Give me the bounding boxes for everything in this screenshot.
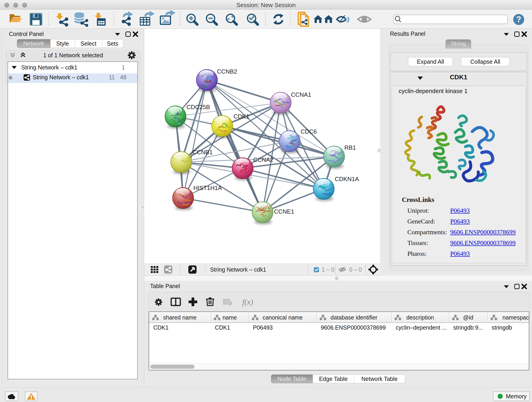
svg-text:CDK1: CDK1 — [234, 113, 249, 120]
svg-text:String Network – cdk1: String Network – cdk1 — [210, 266, 266, 273]
svg-text:CCNA1: CCNA1 — [291, 91, 311, 98]
svg-text:CCNE1: CCNE1 — [274, 208, 294, 215]
svg-text:RB1: RB1 — [344, 144, 356, 151]
svg-text:0 – 0: 0 – 0 — [349, 266, 362, 273]
svg-text:CDKN1A: CDKN1A — [335, 176, 359, 182]
svg-text:CCNA2: CCNA2 — [253, 156, 273, 163]
svg-text:CCNB2: CCNB2 — [217, 68, 237, 75]
svg-text:HIST1H1A: HIST1H1A — [193, 185, 222, 191]
svg-text:?: ? — [516, 15, 521, 24]
svg-text:f(x): f(x) — [242, 298, 253, 306]
svg-text:CDC6: CDC6 — [301, 128, 317, 135]
svg-text:CCNB1: CCNB1 — [192, 149, 213, 156]
svg-text:1 – 0: 1 – 0 — [322, 266, 335, 273]
svg-text:CDC25B: CDC25B — [186, 104, 210, 110]
